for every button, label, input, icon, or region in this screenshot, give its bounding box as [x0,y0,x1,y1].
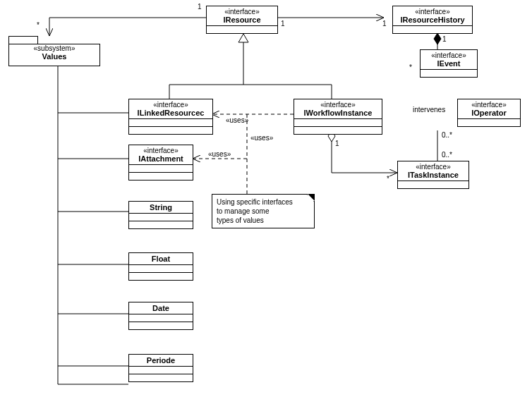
itaskinstance-name: ITaskInstance [401,171,466,179]
class-periode: Periode [128,354,193,382]
uses-label: «uses» [250,134,273,142]
class-float: Float [128,252,193,281]
ilinkedresource-name: ILinkedResourcec [132,109,210,117]
note-line-2: to manage some [217,207,310,216]
subsystem-values: «subsystem» Values [8,44,100,66]
interface-iattachment: «interface» IAttachment [128,145,193,181]
note-line-3: types of values [217,216,310,225]
interface-iresource: «interface» IResource [206,6,278,34]
mult-0star: 0..* [442,131,452,139]
stereotype-interface: «interface» [423,51,474,59]
mult-star: * [37,21,40,29]
iresource-name: IResource [210,16,274,24]
stereotype-interface: «interface» [461,101,517,109]
interface-itaskinstance: «interface» ITaskInstance [397,161,469,189]
stereotype-interface: «interface» [210,8,274,16]
float-name: Float [132,255,190,263]
subsystem-tab [8,36,38,44]
stereotype-interface: «interface» [396,8,469,16]
stereotype-interface: «interface» [132,147,190,154]
interface-ioperator: «interface» IOperator [457,99,521,127]
iattachment-name: IAttachment [132,154,190,163]
intervenes-label: intervenes [413,106,445,114]
mult-1: 1 [382,20,387,27]
class-date: Date [128,302,193,330]
iworkflowinstance-name: IWorkflowInstance [297,109,379,117]
stereotype-interface: «interface» [132,101,210,109]
mult-star: * [387,175,389,183]
interface-iworkflowinstance: «interface» IWorkflowInstance [294,99,382,135]
mult-1: 1 [335,140,339,147]
uml-note: Using specific interfaces to manage some… [212,194,315,228]
interface-ievent: «interface» IEvent [420,49,478,78]
interface-iresourcehistory: «interface» IResourceHistory [392,6,473,34]
date-name: Date [132,304,190,312]
values-name: Values [9,52,99,61]
stereotype-interface: «interface» [401,163,466,171]
stereotype-interface: «interface» [297,101,379,109]
class-string: String [128,201,193,229]
mult-0star: 0..* [442,151,452,159]
mult-1: 1 [281,20,285,27]
mult-1: 1 [198,3,202,11]
ievent-name: IEvent [423,59,474,68]
mult-1: 1 [442,35,447,43]
uses-label: «uses» [208,150,231,158]
note-line-1: Using specific interfaces [217,197,310,207]
mult-star: * [409,63,412,71]
interface-ilinkedresource: «interface» ILinkedResourcec [128,99,213,135]
string-name: String [132,203,190,212]
stereotype-subsystem: «subsystem» [9,44,99,52]
periode-name: Periode [132,356,190,365]
uses-label: «uses» [226,116,248,124]
iresourcehistory-name: IResourceHistory [396,16,469,24]
ioperator-name: IOperator [461,109,517,117]
